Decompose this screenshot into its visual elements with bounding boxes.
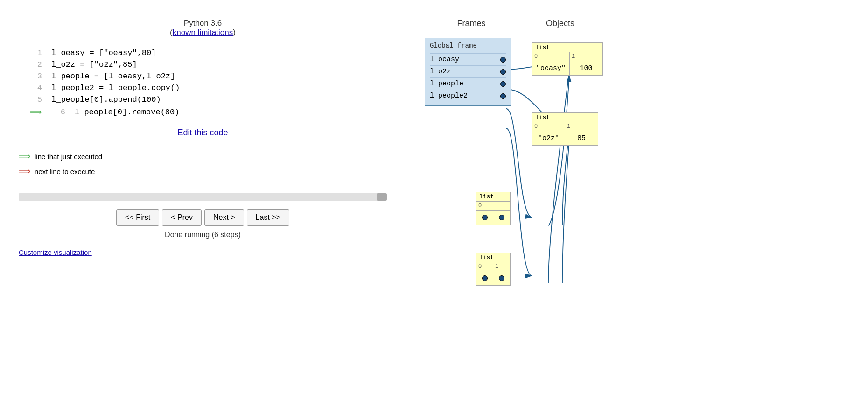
frame-dot-loeasy: [500, 57, 506, 63]
obj-lpeople2-cell-1-index: 1: [493, 262, 510, 271]
obj-lpeople-cell-0-value: [476, 211, 493, 225]
obj-o2z-label: list: [532, 113, 598, 122]
lpeople-dot-0: [482, 215, 488, 220]
legend-green-item: ⟹ line that just executed: [19, 149, 102, 164]
obj-lpeople2-cell-1-value: [493, 271, 510, 285]
progress-bar-container[interactable]: [19, 193, 387, 201]
frame-label-lpeople2: l_people2: [430, 92, 497, 100]
obj-lpeople2-cell-0-value: [476, 271, 493, 285]
frames-header: Frames: [425, 19, 518, 28]
obj-o2z-cells: 0 "o2z" 1 85: [532, 122, 598, 145]
line-code-5: l_people[0].append(100): [51, 95, 161, 104]
frame-label-lpeople: l_people: [430, 80, 497, 88]
first-button[interactable]: << First: [116, 209, 159, 226]
frame-dot-lo2z: [500, 69, 506, 75]
left-panel: Python 3.6 (known limitations) 1 l_oeasy…: [0, 9, 406, 393]
frame-row-loeasy: l_oeasy: [430, 53, 506, 65]
line-code-3: l_people = [l_oeasy,l_o2z]: [51, 72, 175, 81]
obj-o2z-cell-0: 0 "o2z": [532, 122, 565, 145]
code-divider: [19, 42, 387, 42]
line-number-5: 5: [28, 95, 42, 104]
done-text: Done running (6 steps): [165, 231, 241, 239]
obj-lpeople2-cell-1: 1: [493, 262, 510, 285]
obj-o2z-cell-1-value: 85: [565, 131, 598, 145]
line-number-4: 4: [28, 84, 42, 92]
obj-o2z-cell-0-index: 0: [532, 122, 565, 131]
right-panel: Frames Objects: [406, 9, 868, 393]
line-code-6: l_people[0].remove(80): [75, 108, 179, 117]
obj-lpeople2-cell-0-index: 0: [476, 262, 493, 271]
line-arrow-6: ⟹: [28, 107, 42, 117]
obj-lpeople-cell-0: 0: [476, 202, 493, 225]
obj-oeasy-cell-0: 0 "oeasy": [532, 52, 570, 75]
code-line-1: 1 l_oeasy = ["oeasy",80]: [28, 47, 378, 59]
obj-lpeople-label: list: [476, 192, 510, 202]
frame-dot-lpeople2: [500, 93, 506, 99]
obj-lpeople2-box: list 0 1: [476, 253, 511, 286]
code-line-2: 2 l_o2z = ["o2z",85]: [28, 59, 378, 70]
lpeople-dot-1: [499, 215, 504, 220]
legend: ⟹ line that just executed ⟹ next line to…: [19, 149, 102, 179]
code-line-5: 5 l_people[0].append(100): [28, 94, 378, 105]
edit-code-link[interactable]: Edit this code: [177, 128, 228, 138]
green-arrow-icon: ⟹: [19, 149, 31, 164]
obj-oeasy-cell-1-value: 100: [570, 61, 602, 75]
progress-handle[interactable]: [377, 193, 387, 201]
obj-oeasy-cell-1-index: 1: [570, 52, 602, 61]
frame-label-loeasy: l_oeasy: [430, 56, 497, 63]
obj-lpeople-cells: 0 1: [476, 202, 510, 225]
line-number-6: 6: [51, 108, 65, 117]
next-button[interactable]: Next >: [204, 209, 244, 226]
global-frame: Global frame l_oeasy l_o2z l_people l_pe…: [425, 38, 511, 106]
legend-red-text: next line to execute: [35, 165, 95, 178]
obj-oeasy-cells: 0 "oeasy" 1 100: [532, 52, 602, 75]
obj-lpeople-cell-1-index: 1: [493, 202, 510, 211]
code-block: 1 l_oeasy = ["oeasy",80] 2 l_o2z = ["o2z…: [19, 47, 387, 119]
obj-oeasy-cell-0-value: "oeasy": [532, 61, 569, 75]
obj-oeasy-cell-1: 1 100: [570, 52, 602, 75]
frame-label-lo2z: l_o2z: [430, 68, 497, 76]
frame-dot-lpeople: [500, 81, 506, 87]
obj-o2z-cell-1-index: 1: [565, 122, 598, 131]
lpeople2-dot-0: [482, 275, 488, 281]
prev-button[interactable]: < Prev: [162, 209, 202, 226]
code-line-3: 3 l_people = [l_oeasy,l_o2z]: [28, 70, 378, 82]
obj-lpeople-cell-1: 1: [493, 202, 510, 225]
known-limitations-link[interactable]: known limitations: [173, 28, 233, 37]
python-version-text: Python 3.6: [184, 19, 222, 28]
obj-oeasy-box: list 0 "oeasy" 1 100: [532, 42, 603, 76]
line-number-1: 1: [28, 49, 42, 57]
frame-row-lpeople: l_people: [430, 77, 506, 90]
line-code-2: l_o2z = ["o2z",85]: [51, 60, 137, 69]
lpeople2-dot-1: [499, 275, 504, 281]
legend-green-text: line that just executed: [35, 150, 102, 163]
line-code-1: l_oeasy = ["oeasy",80]: [51, 49, 156, 57]
obj-oeasy-label: list: [532, 43, 602, 52]
legend-red-item: ⟹ next line to execute: [19, 164, 102, 179]
nav-buttons: << First < Prev Next > Last >>: [116, 209, 289, 226]
obj-lpeople2-label: list: [476, 253, 510, 262]
line-code-4: l_people2 = l_people.copy(): [51, 84, 180, 92]
frame-row-lpeople2: l_people2: [430, 90, 506, 102]
obj-lpeople2-cells: 0 1: [476, 262, 510, 285]
page-container: Python 3.6 (known limitations) 1 l_oeasy…: [0, 0, 868, 393]
last-button[interactable]: Last >>: [247, 209, 289, 226]
obj-oeasy-cell-0-index: 0: [532, 52, 569, 61]
red-arrow-icon: ⟹: [19, 164, 31, 179]
obj-lpeople-box: list 0 1: [476, 192, 511, 225]
obj-lpeople-cell-1-value: [493, 211, 510, 225]
progress-bar-fill: [19, 193, 387, 201]
obj-o2z-box: list 0 "o2z" 1 85: [532, 112, 598, 146]
objects-header: Objects: [546, 19, 574, 28]
obj-lpeople-cell-0-index: 0: [476, 202, 493, 211]
customize-link[interactable]: Customize visualization: [19, 248, 92, 256]
global-frame-title: Global frame: [430, 42, 506, 49]
viz-wrapper: Global frame l_oeasy l_o2z l_people l_pe…: [425, 38, 849, 365]
obj-o2z-cell-1: 1 85: [565, 122, 598, 145]
python-version: Python 3.6 (known limitations): [170, 19, 236, 37]
code-line-4: 4 l_people2 = l_people.copy(): [28, 82, 378, 94]
frame-row-lo2z: l_o2z: [430, 65, 506, 77]
code-line-6: ⟹ 6 l_people[0].remove(80): [28, 105, 378, 119]
line-number-3: 3: [28, 72, 42, 81]
obj-o2z-cell-0-value: "o2z": [532, 131, 565, 145]
